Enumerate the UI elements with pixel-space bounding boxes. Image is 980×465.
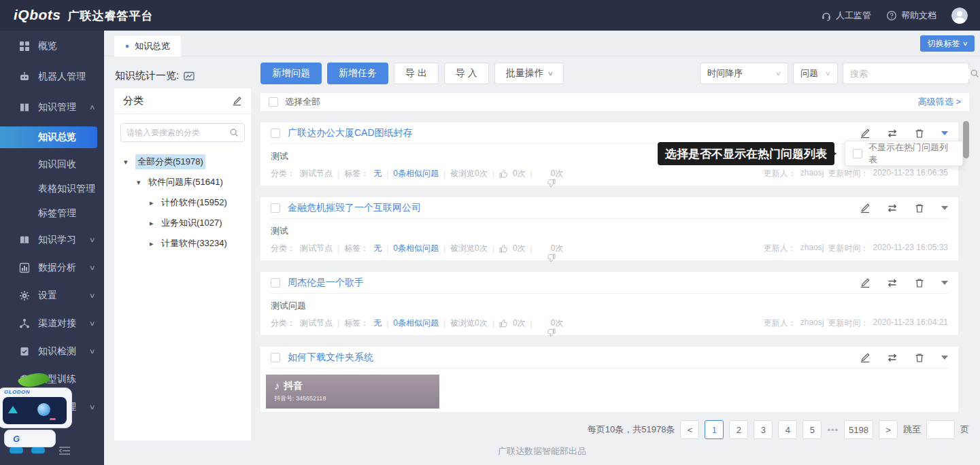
search-icon[interactable] xyxy=(229,128,239,137)
sidebar-item-knowledge-learning[interactable]: 知识学习 ∨ xyxy=(0,226,104,254)
user-avatar[interactable] xyxy=(951,7,968,24)
question-title-link[interactable]: 如何下载文件夹系统 xyxy=(288,351,373,364)
tree-collapse-icon[interactable]: ▸ xyxy=(150,199,156,207)
manual-review-link[interactable]: 人工监管 xyxy=(821,10,871,22)
tag-link[interactable]: 无 xyxy=(373,168,382,179)
row-more-caret-icon[interactable] xyxy=(941,131,948,135)
trash-icon[interactable] xyxy=(914,277,925,288)
page-button-last[interactable]: 5198 xyxy=(844,420,873,439)
row-checkbox[interactable] xyxy=(271,203,280,213)
tab-label: 知识总览 xyxy=(135,40,170,52)
collapse-sidebar-icon[interactable] xyxy=(58,446,71,458)
line-chart-icon[interactable] xyxy=(184,71,195,82)
edit-icon[interactable] xyxy=(860,203,871,213)
sidebar-item-knowledge-recycle[interactable]: 知识回收 xyxy=(0,152,104,177)
similar-questions-link[interactable]: 0条相似问题 xyxy=(393,243,439,254)
transfer-icon[interactable] xyxy=(887,352,898,363)
tree-collapse-icon[interactable]: ▸ xyxy=(150,239,156,248)
mascot-logo-letter: G xyxy=(5,434,20,444)
search-input[interactable] xyxy=(850,69,970,79)
sort-order-select[interactable]: 时间降序 ∨ xyxy=(700,63,788,84)
tag-link[interactable]: 无 xyxy=(373,317,382,329)
trash-icon[interactable] xyxy=(914,128,925,139)
similar-questions-link[interactable]: 0条相似问题 xyxy=(393,168,439,179)
sidebar-item-knowledge-overview[interactable]: 知识总览 xyxy=(0,126,97,148)
edit-icon[interactable] xyxy=(860,352,871,363)
question-title-link[interactable]: 金融危机摧毁了一个互联网公司 xyxy=(288,202,421,214)
sidebar-item-table-knowledge[interactable]: 表格知识管理 xyxy=(0,177,104,201)
douyin-video-thumbnail[interactable]: ♪ 抖音 抖音号: 345652118 xyxy=(266,375,439,409)
transfer-icon[interactable] xyxy=(887,277,898,288)
category-search-input[interactable] xyxy=(126,128,229,137)
sidebar-item-knowledge-mgmt[interactable]: 知识管理 ∧ xyxy=(0,92,104,122)
row-more-caret-icon[interactable] xyxy=(941,281,948,285)
batch-operations-button[interactable]: 批量操作 ∨ xyxy=(494,63,564,84)
tree-node-pricing-software[interactable]: ▸ 计价软件(15952) xyxy=(114,192,251,213)
list-toolbar: 新增问题 新增任务 导 出 导 入 批量操作 ∨ xyxy=(260,63,564,84)
page-button-5[interactable]: 5 xyxy=(802,420,822,439)
question-card: 如何下载文件夹系统 ♪ 抖音 抖音号: 345652118 xyxy=(260,347,958,412)
page-button-3[interactable]: 3 xyxy=(754,420,773,439)
jump-to-page-input[interactable] xyxy=(926,420,955,439)
add-question-button[interactable]: 新增问题 xyxy=(260,63,322,84)
transfer-icon[interactable] xyxy=(887,203,898,213)
question-title-link[interactable]: 周杰伦是一个歌手 xyxy=(288,277,364,289)
switch-tag-button[interactable]: 切换标签 ∨ xyxy=(920,35,975,52)
add-task-button[interactable]: 新增任务 xyxy=(327,63,388,84)
tree-node-measurement-software[interactable]: ▸ 计量软件(33234) xyxy=(114,233,251,254)
sidebar-item-channel[interactable]: 渠道对接 ∨ xyxy=(0,309,104,337)
tag-link[interactable]: 无 xyxy=(373,243,382,254)
list-scrollbar-thumb[interactable] xyxy=(963,121,969,158)
edit-icon[interactable] xyxy=(860,128,871,139)
advanced-filter-link[interactable]: 高级筛选 > xyxy=(918,96,961,108)
sidebar-item-robot-mgmt[interactable]: 机器人管理 xyxy=(0,61,104,92)
tab-knowledge-overview[interactable]: ● 知识总览 xyxy=(114,36,181,56)
row-checkbox[interactable] xyxy=(271,278,280,288)
page-button-1[interactable]: 1 xyxy=(705,420,724,439)
search-field-select[interactable]: 问题 ∨ xyxy=(793,63,838,84)
edit-icon[interactable] xyxy=(860,277,871,288)
export-button[interactable]: 导 出 xyxy=(394,63,439,84)
tree-expand-icon[interactable]: ▾ xyxy=(124,158,131,167)
row-more-caret-icon[interactable] xyxy=(941,206,948,210)
row-checkbox[interactable] xyxy=(271,128,280,138)
select-all-checkbox[interactable] xyxy=(269,97,278,107)
search-icon[interactable] xyxy=(970,69,979,78)
sidebar-item-staff-mgmt[interactable]: 人员管理 ∨ xyxy=(0,393,104,421)
pagination-summary: 每页10条，共51978条 xyxy=(588,424,675,436)
question-title-link[interactable]: 广联达办公大厦CAD图纸封存 xyxy=(288,127,413,139)
sidebar-label: 标签管理 xyxy=(38,207,76,220)
page-button-2[interactable]: 2 xyxy=(729,420,748,439)
row-more-caret-icon[interactable] xyxy=(941,356,948,360)
chevron-down-icon: ∨ xyxy=(88,292,95,299)
sidebar-item-overview[interactable]: 概览 xyxy=(0,31,104,61)
tree-expand-icon[interactable]: ▾ xyxy=(137,178,143,187)
update-info: 更新人：zhaosj 更新时间：2020-11-23 16:06:35 xyxy=(764,168,948,179)
sidebar-item-settings[interactable]: 设置 ∨ xyxy=(0,281,104,309)
tree-node-software-issues[interactable]: ▾ 软件问题库(51641) xyxy=(114,172,251,192)
update-info: 更新人：zhaosj 更新时间：2020-11-23 16:04:21 xyxy=(764,317,948,329)
sidebar-item-tag-mgmt[interactable]: 标签管理 xyxy=(0,201,104,226)
hide-from-hot-checkbox[interactable] xyxy=(853,149,862,158)
update-info: 更新人：zhaosj 更新时间：2020-11-23 16:05:33 xyxy=(764,243,948,254)
more-pages-ellipsis[interactable]: ••• xyxy=(827,425,839,435)
transfer-icon[interactable] xyxy=(887,128,898,139)
row-checkbox[interactable] xyxy=(271,353,280,362)
prev-page-button[interactable]: < xyxy=(680,420,699,439)
tree-node-all-categories[interactable]: ▾ 全部分类(51978) xyxy=(114,152,251,172)
import-button[interactable]: 导 入 xyxy=(444,63,489,84)
next-page-button[interactable]: > xyxy=(879,420,898,439)
edit-category-icon[interactable] xyxy=(232,96,242,106)
tree-node-business-knowledge[interactable]: ▸ 业务知识(1027) xyxy=(114,213,251,233)
page-button-4[interactable]: 4 xyxy=(778,420,797,439)
sidebar-item-model-training[interactable]: 模型训练 xyxy=(0,365,104,393)
sidebar-item-knowledge-check[interactable]: 知识检测 ∨ xyxy=(0,337,104,365)
category-panel-title: 分类 xyxy=(123,94,143,107)
similar-questions-link[interactable]: 0条相似问题 xyxy=(393,317,439,329)
trash-icon[interactable] xyxy=(914,352,925,363)
sidebar-item-data-analysis[interactable]: 数据分析 ∨ xyxy=(0,254,104,281)
tree-collapse-icon[interactable]: ▸ xyxy=(150,219,156,228)
help-docs-link[interactable]: 帮助文档 xyxy=(886,10,936,22)
trash-icon[interactable] xyxy=(914,203,925,213)
thumbs-up-icon xyxy=(499,319,508,328)
